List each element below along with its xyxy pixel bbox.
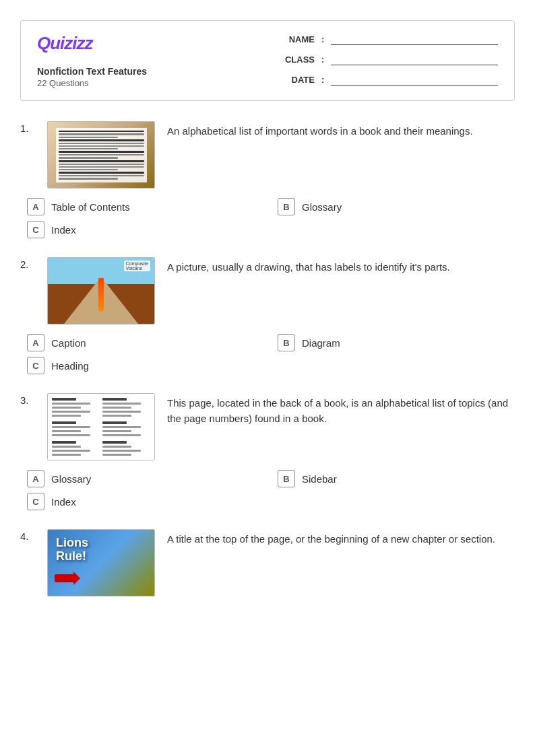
option-3c-text: Index	[51, 496, 76, 508]
quiz-title: Nonfiction Text Features	[37, 66, 257, 77]
question-2-text: A picture, usually a drawing, that has l…	[167, 257, 515, 275]
question-1: 1.	[20, 121, 515, 238]
class-input-line[interactable]	[331, 53, 498, 65]
header-box: Quizizz Nonfiction Text Features 22 Ques…	[20, 20, 515, 101]
question-4-image: LionsRule!	[47, 529, 155, 596]
class-label: CLASS	[278, 55, 315, 65]
option-1a-letter: A	[27, 198, 44, 215]
quiz-questions-count: 22 Questions	[37, 78, 257, 88]
question-2-header: 2. CompositeVolcano A picture, usually a…	[20, 257, 515, 324]
question-2-options: A Caption B Diagram C Heading	[20, 334, 515, 374]
header-right: NAME : CLASS : DATE :	[257, 33, 498, 85]
option-3a[interactable]: A Glossary	[27, 470, 264, 487]
date-label: DATE	[278, 75, 315, 85]
question-1-header: 1.	[20, 121, 515, 188]
question-4-header: 4. LionsRule! A title at the top of the …	[20, 529, 515, 596]
header-left: Quizizz Nonfiction Text Features 22 Ques…	[37, 33, 257, 88]
question-3-header: 3.	[20, 393, 515, 460]
name-field-row: NAME :	[278, 33, 498, 45]
date-input-line[interactable]	[331, 73, 498, 85]
question-3-number: 3.	[20, 394, 35, 406]
option-3c-letter: C	[27, 493, 44, 510]
question-1-options: A Table of Contents B Glossary C Index	[20, 198, 515, 238]
question-3-text: This page, located in the back of a book…	[167, 393, 515, 426]
class-field-row: CLASS :	[278, 53, 498, 65]
question-1-text: An alphabetical list of important words …	[167, 121, 515, 139]
name-input-line[interactable]	[331, 33, 498, 45]
question-2-number: 2.	[20, 259, 35, 270]
option-3a-text: Glossary	[51, 473, 91, 485]
question-1-image	[47, 121, 155, 188]
option-1b-letter: B	[278, 198, 295, 215]
option-1b[interactable]: B Glossary	[278, 198, 515, 215]
option-2a[interactable]: A Caption	[27, 334, 264, 351]
question-4-number: 4.	[20, 530, 35, 542]
option-2b[interactable]: B Diagram	[278, 334, 515, 351]
name-label: NAME	[278, 34, 315, 44]
question-4: 4. LionsRule! A title at the top of the …	[20, 529, 515, 596]
option-2c-letter: C	[27, 357, 44, 374]
option-1c-letter: C	[27, 221, 44, 238]
option-1c-text: Index	[51, 224, 76, 236]
option-3c[interactable]: C Index	[27, 493, 264, 510]
option-1a-text: Table of Contents	[51, 201, 130, 213]
option-1c[interactable]: C Index	[27, 221, 264, 238]
option-2c-text: Heading	[51, 360, 89, 372]
logo: Quizizz	[37, 33, 257, 54]
question-3: 3.	[20, 393, 515, 510]
question-2-image: CompositeVolcano	[47, 257, 155, 324]
question-2: 2. CompositeVolcano A picture, usually a…	[20, 257, 515, 374]
option-3b-text: Sidebar	[302, 473, 337, 485]
option-2c[interactable]: C Heading	[27, 357, 264, 374]
option-3a-letter: A	[27, 470, 44, 487]
option-2b-letter: B	[278, 334, 295, 351]
option-3b-letter: B	[278, 470, 295, 487]
option-2b-text: Diagram	[302, 337, 340, 349]
option-1a[interactable]: A Table of Contents	[27, 198, 264, 215]
question-3-image	[47, 393, 155, 460]
option-3b[interactable]: B Sidebar	[278, 470, 515, 487]
date-field-row: DATE :	[278, 73, 498, 85]
option-2a-text: Caption	[51, 337, 86, 349]
question-1-number: 1.	[20, 123, 35, 134]
option-1b-text: Glossary	[302, 201, 342, 213]
option-2a-letter: A	[27, 334, 44, 351]
question-4-text: A title at the top of the page, or the b…	[167, 529, 515, 547]
question-3-options: A Glossary B Sidebar C Index	[20, 470, 515, 510]
